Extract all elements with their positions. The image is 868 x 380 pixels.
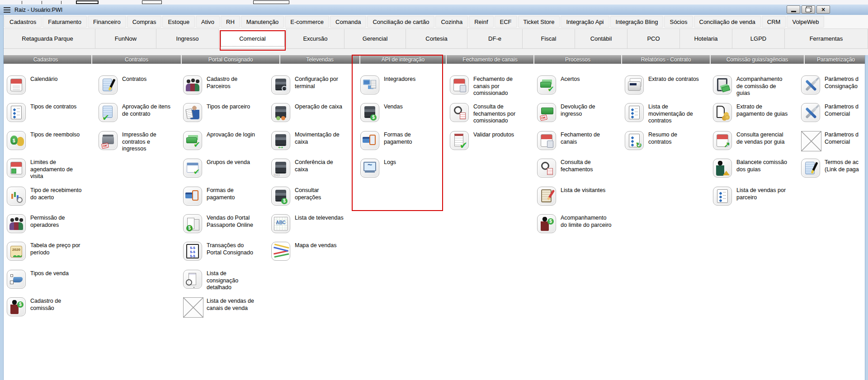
item-termos-de-ac-link-de-paga[interactable]: Termos de ac (Link de paga <box>801 159 868 186</box>
item-label: Movimentação de caixa <box>295 131 340 145</box>
item-label: Tipo de recebimento do acerto <box>30 187 82 201</box>
clipboard-money-icon <box>713 75 732 94</box>
item-lista-de-vendas-por-parceiro[interactable]: Lista de vendas por parceiro <box>713 187 801 214</box>
item-aprovacao-de-login[interactable]: Aprovação de login <box>183 131 271 158</box>
item-calendario[interactable]: Calendário <box>7 75 95 103</box>
item-label: Tipos de venda <box>30 270 69 277</box>
item-grupos-de-venda[interactable]: Grupos de venda <box>183 159 271 186</box>
list-doc-icon <box>713 187 732 206</box>
item-label: Validar produtos <box>473 131 514 139</box>
item-movimentacao-de-caixa[interactable]: Movimentação de caixa <box>271 131 359 158</box>
item-acertos[interactable]: Acertos <box>537 75 625 103</box>
item-label: Formas de pagamento <box>207 187 235 201</box>
item-resumo-de-contratos[interactable]: Resumo de contratos <box>625 131 713 158</box>
item-lista-de-consignacao-detalhado[interactable]: Lista de consignação detalhado <box>183 270 271 297</box>
item-label: Lista de vendas de canais de venda <box>207 298 254 312</box>
item-label: Lista de vendas por parceiro <box>736 187 786 201</box>
person-scales-icon <box>713 159 732 178</box>
item-parametros-d-comercial[interactable]: Parâmetros d Comercial <box>801 103 868 130</box>
item-label: Consulta de fechamentos <box>561 159 593 173</box>
register-operators-icon <box>271 103 290 122</box>
calc-printer-icon <box>625 75 644 94</box>
item-consulta-de-fechamentos[interactable]: Consulta de fechamentos <box>537 159 625 186</box>
item-label: Tabela de preço por período <box>30 242 80 256</box>
contract-approve-icon <box>99 103 118 122</box>
item-extrato-de-pagamento-de-guias[interactable]: Extrato de pagamento de guias <box>713 103 801 130</box>
item-tipo-de-recebimento-do-acerto[interactable]: Tipo de recebimento do acerto <box>7 187 95 214</box>
item-transacoes-do-portal-consignado[interactable]: Transações do Portal Consignado <box>183 242 271 269</box>
tools-icon <box>801 103 820 122</box>
missing-image-icon <box>183 297 203 318</box>
item-aprovacao-de-itens-de-contrato[interactable]: Aprovação de itens de contrato <box>99 103 187 130</box>
item-integradores[interactable]: Integradores <box>360 75 448 103</box>
item-label: Acompanhamento do limite do parceiro <box>561 215 612 229</box>
item-permissao-de-operadores[interactable]: Permissão de operadores <box>7 214 95 241</box>
item-formas-de-pagamento[interactable]: Formas de pagamento <box>360 131 448 158</box>
item-parametros-d-comercial[interactable]: Parâmetros d Comercial <box>801 131 868 158</box>
item-tipos-de-venda[interactable]: Tipos de venda <box>7 270 95 297</box>
item-label: Fechamento de canais <box>561 131 600 145</box>
item-validar-produtos[interactable]: Validar produtos <box>450 131 538 158</box>
item-fechamento-de-canais-por-comissionado[interactable]: Fechamento de canais por comissionado <box>450 75 538 103</box>
item-label: Conferência de caixa <box>295 159 333 173</box>
item-vendas[interactable]: Vendas <box>360 103 448 130</box>
item-devolucao-de-ingresso[interactable]: Devolução de ingresso <box>537 103 625 130</box>
item-limites-de-agendamento-de-visita[interactable]: Limites de agendamento de visita <box>7 159 95 186</box>
item-tabela-de-preco-por-periodo[interactable]: Tabela de preço por período <box>7 242 95 269</box>
list-doc-icon <box>7 103 26 122</box>
item-label: Logs <box>384 159 396 166</box>
item-impressao-de-contratos-e-ingressos[interactable]: Impressão de contratos e ingressos <box>99 131 187 158</box>
item-fechamento-de-canais[interactable]: Fechamento de canais <box>537 131 625 158</box>
item-label: Lista de visitantes <box>561 187 605 194</box>
clipboard-pencil-icon <box>537 187 556 206</box>
monitor-log-icon <box>360 159 379 178</box>
item-consulta-gerencial-de-vendas-por-guia[interactable]: Consulta gerencial de vendas por guia <box>713 131 801 158</box>
item-tipos-de-contratos[interactable]: Tipos de contratos <box>7 103 95 130</box>
item-configuracao-por-terminal[interactable]: Configuração por terminal <box>271 75 359 103</box>
item-lista-de-televendas[interactable]: Lista de televendas <box>271 214 359 241</box>
item-lista-de-visitantes[interactable]: Lista de visitantes <box>537 187 625 214</box>
item-mapa-de-vendas[interactable]: Mapa de vendas <box>271 242 359 269</box>
contract-pen-icon <box>99 75 118 94</box>
item-balancete-comissao-dos-guias[interactable]: Balancete comissão dos guias <box>713 159 801 186</box>
item-label: Consulta de fechamentos por comissionado <box>473 103 515 125</box>
item-label: Fechamento de canais por comissionado <box>473 76 513 97</box>
item-label: Vendas do Portal Passaporte Online <box>207 215 253 229</box>
item-logs[interactable]: Logs <box>360 159 448 186</box>
item-contratos[interactable]: Contratos <box>99 75 187 103</box>
item-vendas-do-portal-passaporte-online[interactable]: Vendas do Portal Passaporte Online <box>183 214 271 241</box>
item-label: Devolução de ingresso <box>561 103 595 117</box>
board-check-icon <box>183 159 202 178</box>
item-cadastro-de-parceiros[interactable]: Cadastro de Parceiros <box>183 75 271 103</box>
item-consultar-operacoes[interactable]: Consultar operações <box>271 187 359 214</box>
tools-icon <box>801 75 820 94</box>
window-left-border <box>0 15 4 380</box>
partners-icon <box>183 75 202 94</box>
item-lista-de-movimentacao-de-contratos[interactable]: Lista de movimentação de contratos <box>625 103 713 130</box>
item-cadastro-de-comissao[interactable]: Cadastro de comissão <box>7 297 95 324</box>
item-acompanhamento-de-comissao-de-guias[interactable]: Acompanhamento de comissão de guias <box>713 75 801 103</box>
item-tipos-de-reembolso[interactable]: Tipos de reembolso <box>7 131 95 158</box>
item-label: Operação de caixa <box>295 103 342 111</box>
item-label: Cadastro de comissão <box>30 298 61 312</box>
calendar-chart-icon <box>713 131 732 150</box>
item-label: Contratos <box>122 76 146 83</box>
item-label: Aprovação de login <box>207 131 255 139</box>
item-formas-de-pagamento[interactable]: Formas de pagamento <box>183 187 271 214</box>
item-extrato-de-contratos[interactable]: Extrato de contratos <box>625 75 713 103</box>
chart-magnifier-icon <box>7 187 26 206</box>
register-dollar-icon <box>271 187 290 206</box>
item-consulta-de-fechamentos-por-comissionado[interactable]: Consulta de fechamentos por comissionado <box>450 103 538 130</box>
item-acompanhamento-do-limite-do-parceiro[interactable]: Acompanhamento do limite do parceiro <box>537 214 625 241</box>
validate-doc-icon <box>450 131 469 150</box>
item-conferencia-de-caixa[interactable]: Conferência de caixa <box>271 159 359 186</box>
register-config-icon <box>271 75 290 94</box>
item-parametros-d-consignacao[interactable]: Parâmetros d Consignação <box>801 75 868 103</box>
item-label: Parâmetros d Comercial <box>825 131 859 145</box>
partner-doc-icon <box>183 103 202 122</box>
register-move-icon <box>271 131 290 150</box>
item-tipos-de-parceiro[interactable]: Tipos de parceiro <box>183 103 271 130</box>
register-check-icon <box>271 159 290 178</box>
item-operacao-de-caixa[interactable]: Operação de caixa <box>271 103 359 130</box>
item-lista-de-vendas-de-canais-de-venda[interactable]: Lista de vendas de canais de venda <box>183 297 271 324</box>
